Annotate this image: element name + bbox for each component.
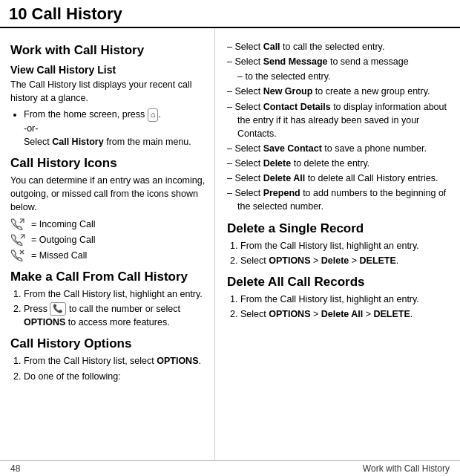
section1-body: The Call History list displays your rece… — [10, 78, 206, 105]
page: 10 Call History Work with Call History V… — [0, 0, 460, 476]
step4-2: Do one of the following: — [24, 370, 206, 383]
home-icon: ⌂ — [148, 108, 159, 122]
step3-2: Press 📞 to call the number or select OPT… — [24, 302, 206, 330]
list-item-home: From the home screen, press ⌂. -or- Sele… — [24, 108, 206, 149]
incoming-call-row: = Incoming Call — [10, 218, 206, 231]
missed-call-row: = Missed Call — [10, 249, 206, 262]
section1-title: Work with Call History — [10, 43, 206, 58]
main-content: Work with Call History View Call History… — [0, 28, 460, 460]
step6-1: From the Call History list, highlight an… — [240, 293, 451, 306]
svg-line-1 — [21, 235, 24, 238]
section2-body: You can determine if an entry was an inc… — [10, 174, 206, 214]
section3-list: From the Call History list, highlight an… — [24, 287, 206, 330]
missed-call-label: = Missed Call — [31, 250, 87, 261]
outgoing-call-label: = Outgoing Call — [31, 235, 96, 245]
dash-item-to-selected: to the selected entry. — [227, 70, 451, 83]
section4-title: Call History Options — [10, 336, 206, 351]
outgoing-call-row: = Outgoing Call — [10, 233, 206, 247]
section4-list: From the Call History list, select OPTIO… — [24, 354, 206, 382]
section3-title: Make a Call From Call History — [10, 270, 206, 284]
step3-1: From the Call History list, highlight an… — [24, 287, 206, 301]
options-bold-2: OPTIONS — [157, 356, 198, 366]
dash-item-delete: Select Delete to delete the entry. — [227, 157, 451, 170]
step5-1: From the Call History list, highlight an… — [240, 239, 451, 252]
dash-item-delete-all: Select Delete All to delete all Call His… — [227, 172, 451, 185]
outgoing-call-icon — [10, 233, 27, 247]
options-bold-1: OPTIONS — [24, 317, 65, 327]
left-column: Work with Call History View Call History… — [0, 28, 215, 460]
missed-call-icon — [10, 249, 27, 262]
step5-2: Select OPTIONS > Delete > DELETE. — [240, 254, 451, 267]
footer-section-title: Work with Call History — [363, 463, 450, 474]
section5-list: From the Call History list, highlight an… — [240, 239, 451, 267]
section1-sub: View Call History List — [10, 64, 206, 76]
dash-item-contact-details: Select Contact Details to display inform… — [227, 100, 451, 140]
footer-page-number: 48 — [10, 463, 20, 474]
page-title: 10 Call History — [9, 4, 451, 24]
section2-title: Call History Icons — [10, 156, 206, 171]
call-history-bold: Call History — [52, 137, 103, 147]
step4-1: From the Call History list, select OPTIO… — [24, 354, 206, 368]
page-header: 10 Call History — [0, 0, 460, 28]
section6-title: Delete All Call Records — [227, 275, 451, 290]
section6-list: From the Call History list, highlight an… — [240, 293, 451, 321]
call-icon-inline: 📞 — [50, 302, 66, 316]
svg-line-0 — [20, 219, 24, 223]
dash-item-prepend: Select Prepend to add numbers to the beg… — [227, 186, 451, 213]
dash-item-save-contact: Select Save Contact to save a phone numb… — [227, 142, 451, 155]
incoming-call-label: = Incoming Call — [31, 219, 96, 229]
options-dash-list: Select Call to call the selected entry. … — [227, 40, 451, 214]
section1-list: From the home screen, press ⌂. -or- Sele… — [24, 108, 206, 149]
section5-title: Delete a Single Record — [227, 221, 451, 236]
step6-2: Select OPTIONS > Delete All > DELETE. — [240, 307, 451, 321]
page-footer: 48 Work with Call History — [0, 460, 460, 476]
incoming-call-icon — [10, 218, 27, 231]
dash-item-send-message: Select Send Message to send a message — [227, 55, 451, 68]
dash-item-call: Select Call to call the selected entry. — [227, 40, 451, 53]
dash-item-new-group: Select New Group to create a new group e… — [227, 85, 451, 98]
right-column: Select Call to call the selected entry. … — [215, 28, 460, 460]
